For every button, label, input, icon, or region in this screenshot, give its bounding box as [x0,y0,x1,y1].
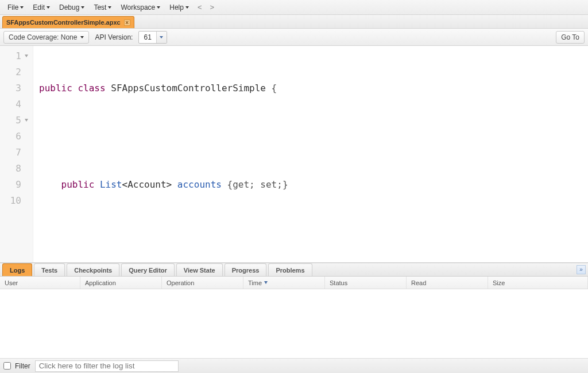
tab-checkpoints[interactable]: Checkpoints [67,263,119,276]
col-user[interactable]: User [0,277,80,289]
caret-down-icon [80,36,84,38]
nav-forward-button[interactable]: > [207,3,218,11]
col-time[interactable]: Time [243,277,325,289]
col-status[interactable]: Status [325,277,407,289]
panel-expand-button[interactable]: » [577,265,586,274]
filter-checkbox-label[interactable]: Filter [3,362,30,370]
caret-down-icon [20,6,24,9]
line-number: 1 [0,48,29,64]
tab-tests[interactable]: Tests [34,263,65,276]
col-application[interactable]: Application [80,277,162,289]
menu-debug[interactable]: Debug [55,2,88,13]
filter-checkbox[interactable] [3,362,11,370]
caret-down-icon [47,6,50,9]
col-size[interactable]: Size [488,277,588,289]
code-area[interactable]: public class SFAppsCustomControllerSimpl… [33,46,365,262]
tab-progress[interactable]: Progress [225,263,267,276]
tab-view-state[interactable]: View State [176,263,223,276]
line-number: 5 [0,112,29,129]
menu-file[interactable]: File [3,2,28,13]
line-number: 10 [0,193,29,209]
editor-toolbar: Code Coverage: None API Version: 61 Go T… [0,29,588,46]
line-number: 2 [0,64,29,80]
logs-grid-header: User Application Operation Time Status R… [0,277,588,289]
file-tab-active[interactable]: SFAppsCustomControllerSimple.apxc × [2,16,134,28]
caret-down-icon [157,6,160,9]
api-version-select[interactable]: 61 [138,31,167,44]
logs-filter-bar: Filter [0,358,588,373]
code-coverage-dropdown[interactable]: Code Coverage: None [3,31,89,44]
filter-input[interactable] [35,360,179,372]
bottom-panel-tabs: Logs Tests Checkpoints Query Editor View… [0,263,588,277]
api-version-label: API Version: [95,33,133,41]
tab-problems[interactable]: Problems [268,263,312,276]
line-number: 4 [0,96,29,112]
line-number: 3 [0,80,29,96]
menu-edit[interactable]: Edit [29,2,54,13]
code-editor[interactable]: 1 2 3 4 5 6 7 8 9 10 public class SFApps… [0,46,588,263]
line-number: 6 [0,129,29,145]
goto-button[interactable]: Go To [556,31,585,44]
col-operation[interactable]: Operation [162,277,243,289]
logs-grid-body [0,289,588,358]
file-tab-label: SFAppsCustomControllerSimple.apxc [6,19,121,26]
top-menu-bar: File Edit Debug Test Workspace Help < > [0,0,588,15]
caret-down-icon [81,6,84,9]
tab-query-editor[interactable]: Query Editor [121,263,175,276]
line-number: 8 [0,161,29,177]
caret-down-icon [185,6,189,9]
line-number: 9 [0,177,29,193]
close-icon[interactable]: × [124,20,130,26]
caret-down-icon [108,6,111,9]
tab-logs[interactable]: Logs [2,263,32,276]
chevron-double-icon: » [579,267,583,272]
menu-help[interactable]: Help [165,2,193,13]
menu-test[interactable]: Test [90,2,115,13]
nav-back-button[interactable]: < [194,3,206,11]
sort-desc-icon [264,281,268,284]
file-tab-strip: SFAppsCustomControllerSimple.apxc × [0,15,588,29]
line-number: 7 [0,145,29,161]
menu-workspace[interactable]: Workspace [117,2,164,13]
line-gutter: 1 2 3 4 5 6 7 8 9 10 [0,46,33,262]
chevron-down-icon [156,32,167,43]
col-read[interactable]: Read [407,277,488,289]
